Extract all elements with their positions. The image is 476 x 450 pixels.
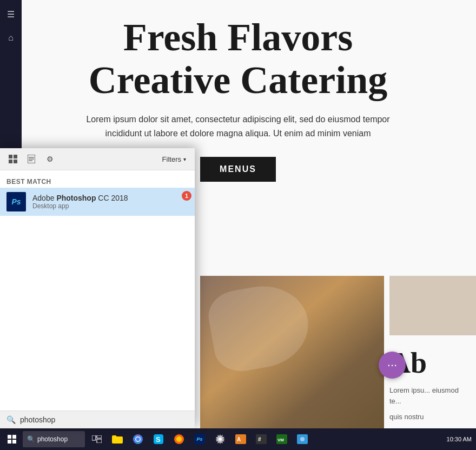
search-empty-area [0,221,195,411]
svg-rect-14 [97,439,102,443]
search-input-bottom: 🔍 [0,411,195,428]
website-title-line2: Creative Catering [11,59,465,102]
grid-view-icon[interactable] [5,151,21,167]
svg-rect-2 [9,160,12,163]
result-name-prefix: Adobe [32,194,56,202]
svg-text:A: A [237,436,241,442]
food-photo-inner [200,276,384,428]
taskbar-search-icon: 🔍 [27,435,35,443]
search-bar-area: ⚙ Filters ▾ [0,148,195,170]
taskbar-skype[interactable]: S [149,429,168,449]
taskbar-start-button[interactable] [2,429,22,449]
result-name-bold: Photoshop [56,194,96,202]
taskbar-firefox[interactable] [169,429,189,449]
result-info: Adobe Photoshop CC 2018 Desktop app [32,194,188,210]
settings-icon[interactable]: ⚙ [42,151,57,167]
svg-rect-3 [14,160,17,163]
menus-button[interactable]: MENUS [200,157,276,182]
taskbar-search-input[interactable] [37,435,81,443]
filters-button[interactable]: Filters ▾ [159,153,189,166]
sidebar-home-icon[interactable]: ⌂ [1,28,21,48]
search-overlay: ⚙ Filters ▾ Best match Ps Adobe Photosho… [0,148,195,428]
dots-icon: ··· [387,358,397,372]
svg-rect-0 [9,155,12,158]
taskbar-photoshop[interactable]: Ps [190,429,209,449]
taskbar-task-view[interactable] [87,429,107,449]
about-text: Lorem ipsu... eiusmod te... [389,385,471,406]
taskbar-apps: S Ps A [87,429,312,449]
document-icon[interactable] [24,151,39,167]
search-results-area: Best match Ps Adobe Photoshop CC 2018 De… [0,170,195,221]
svg-rect-11 [12,440,16,444]
filters-label: Filters [162,155,181,163]
about-section-partial: Ab Lorem ipsu... eiusmod te... quis nost… [384,335,476,428]
about-text-2: quis nostru [389,412,471,422]
svg-point-21 [176,436,182,442]
result-type: Desktop app [32,202,188,210]
svg-point-30 [300,437,305,441]
svg-rect-9 [12,435,16,439]
taskbar-file-explorer[interactable] [108,429,127,449]
svg-point-17 [136,438,140,441]
sidebar-menu-icon[interactable]: ☰ [1,4,21,24]
taskbar-right: 10:30 AM [447,436,474,442]
food-photo [200,276,384,428]
website-title-line1: Fresh Flavors [11,16,465,59]
svg-rect-1 [14,155,17,158]
notification-badge: 1 [182,191,191,201]
result-name: Adobe Photoshop CC 2018 [32,194,188,202]
svg-rect-10 [8,440,11,444]
ps-icon-text: Ps [11,197,21,206]
photoshop-app-icon: Ps [6,192,26,211]
svg-rect-25 [256,434,267,444]
taskbar-search-bar[interactable]: 🔍 [23,431,85,447]
search-input[interactable] [20,415,188,424]
svg-rect-12 [92,435,96,440]
float-action-button[interactable]: ··· [379,352,406,379]
svg-text:#: # [258,436,261,442]
search-magnifier-icon: 🔍 [6,415,16,424]
taskbar-app-blue[interactable] [293,429,312,449]
result-name-suffix: CC 2018 [96,194,128,202]
svg-text:S: S [156,435,161,444]
svg-rect-8 [8,435,11,439]
hand-silhouette [204,279,314,376]
taskbar-settings[interactable] [210,429,230,449]
website-description: Lorem ipsum dolor sit amet, consectetur … [81,112,395,140]
chevron-down-icon: ▾ [183,156,186,162]
search-result-photoshop[interactable]: Ps Adobe Photoshop CC 2018 Desktop app 1 [0,188,195,216]
search-icons-row: ⚙ [5,151,155,167]
taskbar-app-orange[interactable]: A [231,429,250,449]
taskbar-app-voice[interactable]: VM [272,429,292,449]
svg-text:VM: VM [277,438,284,442]
taskbar: 🔍 [0,428,476,450]
taskbar-time: 10:30 AM [447,436,472,442]
svg-rect-13 [97,435,102,438]
taskbar-app-dark[interactable]: # [252,429,271,449]
taskbar-chrome[interactable] [128,429,148,449]
best-match-label: Best match [0,176,195,188]
